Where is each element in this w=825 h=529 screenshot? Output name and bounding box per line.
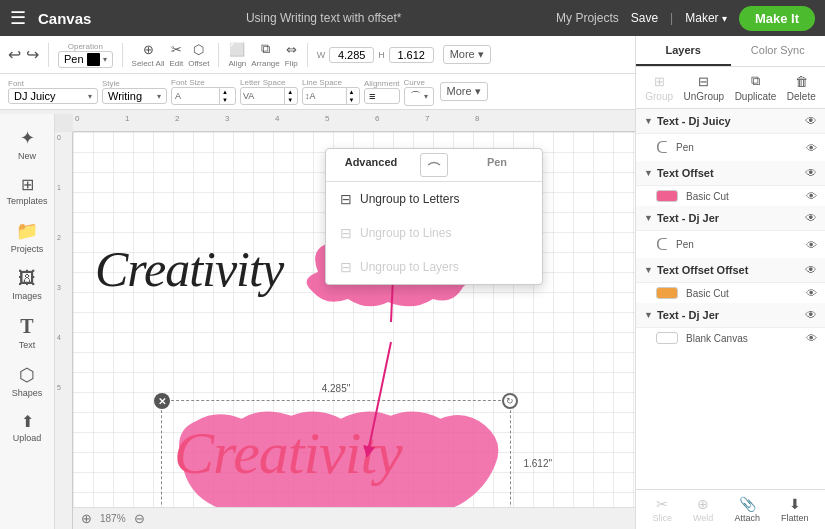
popup-menu-item-2[interactable]: ⊟ Ungroup to Lines xyxy=(326,216,542,250)
height-input[interactable]: 1.612 xyxy=(389,47,434,63)
arrange-label[interactable]: Arrange xyxy=(251,59,279,68)
linespace-field[interactable]: 1 xyxy=(318,91,346,102)
panel-actions: ⊞ Group ⊟ UnGroup ⧉ Duplicate 🗑 Delete xyxy=(636,67,825,109)
alignment-buttons[interactable]: ≡ xyxy=(364,88,400,104)
ungroup-letters-icon: ⊟ xyxy=(340,191,352,207)
my-projects-button[interactable]: My Projects xyxy=(556,11,619,25)
sidebar-item-images[interactable]: 🖼 Images xyxy=(2,263,52,306)
line-down[interactable]: ▼ xyxy=(347,96,357,104)
toolbar2-more-button[interactable]: More ▾ xyxy=(440,82,488,101)
curve-selector[interactable]: ⌒ ▾ xyxy=(404,87,434,106)
pen-curve-icon-3: ᑕ xyxy=(656,235,668,254)
fontsize-down[interactable]: ▼ xyxy=(220,96,230,104)
layer-3-item-eye[interactable]: 👁 xyxy=(806,239,817,251)
width-input[interactable]: 4.285 xyxy=(329,47,374,63)
letterspacing-input[interactable]: VA 1.2 ▲ ▼ xyxy=(240,87,298,106)
sidebar-item-projects[interactable]: 📁 Projects xyxy=(2,215,52,259)
creativity-text-bottom[interactable]: Creativity xyxy=(174,419,402,488)
sidebar-item-new[interactable]: ✦ New xyxy=(2,122,52,166)
fontsize-field[interactable]: 88.82 xyxy=(184,91,219,102)
slice-button[interactable]: ✂ Slice xyxy=(653,496,673,523)
right-panel: Layers Color Sync ⊞ Group ⊟ UnGroup ⧉ Du… xyxy=(635,36,825,529)
dimension-height-label: 1.612" xyxy=(523,457,552,468)
layer-5-eye-icon[interactable]: 👁 xyxy=(805,308,817,322)
layer-2-eye-icon[interactable]: 👁 xyxy=(805,166,817,180)
letterspacing-group: Letter Space VA 1.2 ▲ ▼ xyxy=(240,78,298,106)
layer-header-4[interactable]: ▼ Text Offset Offset 👁 xyxy=(636,258,825,283)
letterspacing-field[interactable]: 1.2 xyxy=(256,91,284,102)
sidebar-item-text[interactable]: T Text xyxy=(2,310,52,355)
group-button[interactable]: ⊞ Group xyxy=(645,74,673,102)
layer-4-item-eye[interactable]: 👁 xyxy=(806,287,817,299)
popup-tab-pen[interactable]: Pen xyxy=(452,149,542,181)
maker-button[interactable]: Maker ▾ xyxy=(685,11,727,25)
select-all-label[interactable]: Select All xyxy=(132,59,165,68)
ungroup-layers-icon: ⊟ xyxy=(340,259,352,275)
layer-group-5: ▼ Text - Dj Jer 👁 Blank Canvas 👁 xyxy=(636,303,825,348)
flip-icon: ⇔ xyxy=(286,42,297,57)
layer-group-1: ▼ Text - Dj Juicy 👁 ᑕ Pen 👁 xyxy=(636,109,825,161)
style-selector[interactable]: Writing ▾ xyxy=(102,88,167,104)
font-selector[interactable]: DJ Juicy ▾ xyxy=(8,88,98,104)
creativity-text-top[interactable]: Creativity xyxy=(95,240,283,298)
fontsize-input[interactable]: A 88.82 ▲ ▼ xyxy=(171,87,236,106)
make-it-button[interactable]: Make It xyxy=(739,6,815,31)
offset-label[interactable]: Offset xyxy=(188,59,209,68)
popup-tab-advanced[interactable]: Advanced xyxy=(326,149,416,181)
linespace-input[interactable]: ↕A 1 ▲ ▼ xyxy=(302,87,360,106)
layer-2-item-basiccut[interactable]: Basic Cut 👁 xyxy=(636,186,825,206)
layer-5-item-eye[interactable]: 👁 xyxy=(806,332,817,344)
attach-button[interactable]: 📎 Attach xyxy=(734,496,760,523)
hamburger-icon[interactable]: ☰ xyxy=(10,7,26,29)
layer-4-item-basiccut[interactable]: Basic Cut 👁 xyxy=(636,283,825,303)
flatten-button[interactable]: ⬇ Flatten xyxy=(781,496,809,523)
templates-icon: ⊞ xyxy=(21,175,34,194)
save-button[interactable]: Save xyxy=(631,11,658,25)
layer-1-item-pen[interactable]: ᑕ Pen 👁 xyxy=(636,134,825,161)
layer-4-eye-icon[interactable]: 👁 xyxy=(805,263,817,277)
ls-up[interactable]: ▲ xyxy=(285,88,295,96)
sidebar-item-templates[interactable]: ⊞ Templates xyxy=(2,170,52,211)
sidebar-item-shapes[interactable]: ⬡ Shapes xyxy=(2,359,52,403)
layer-1-item-eye[interactable]: 👁 xyxy=(806,142,817,154)
tab-colorsync[interactable]: Color Sync xyxy=(731,36,826,66)
layer-header-3[interactable]: ▼ Text - Dj Jer 👁 xyxy=(636,206,825,231)
align-label[interactable]: Align xyxy=(228,59,246,68)
layer-5-item-blank[interactable]: Blank Canvas 👁 xyxy=(636,328,825,348)
ungroup-lines-label: Ungroup to Lines xyxy=(360,226,451,240)
delete-button[interactable]: 🗑 Delete xyxy=(787,74,816,102)
line-up[interactable]: ▲ xyxy=(347,88,357,96)
operation-selector[interactable]: Pen ▾ xyxy=(58,51,113,68)
layer-header-5[interactable]: ▼ Text - Dj Jer 👁 xyxy=(636,303,825,328)
layer-2-item-eye[interactable]: 👁 xyxy=(806,190,817,202)
selected-group[interactable]: 4.285" 1.612" ✕ ↻ 🔒 ⤡ Creativity xyxy=(161,400,511,507)
more-button[interactable]: More ▾ xyxy=(443,45,491,64)
chevron-down-icon-2: ▼ xyxy=(644,168,653,178)
flatten-icon: ⬇ xyxy=(789,496,801,512)
sidebar-item-upload[interactable]: ⬆ Upload xyxy=(2,407,52,448)
weld-button[interactable]: ⊕ Weld xyxy=(693,496,713,523)
duplicate-button[interactable]: ⧉ Duplicate xyxy=(735,73,777,102)
undo-button[interactable]: ↩ xyxy=(8,45,21,64)
popup-menu-item-1[interactable]: ⊟ Ungroup to Letters xyxy=(326,182,542,216)
layer-header-1[interactable]: ▼ Text - Dj Juicy 👁 xyxy=(636,109,825,134)
ungroup-button[interactable]: ⊟ UnGroup xyxy=(684,74,725,102)
popup-menu-item-3[interactable]: ⊟ Ungroup to Layers xyxy=(326,250,542,284)
layer-1-eye-icon[interactable]: 👁 xyxy=(805,114,817,128)
size-group: W 4.285 H 1.612 xyxy=(317,47,434,63)
operation-group: Operation Pen ▾ xyxy=(58,42,113,68)
zoom-out-icon[interactable]: ⊖ xyxy=(134,511,145,526)
w-label: W xyxy=(317,50,326,60)
tab-layers[interactable]: Layers xyxy=(636,36,731,66)
fontsize-up[interactable]: ▲ xyxy=(220,88,230,96)
flip-label[interactable]: Flip xyxy=(285,59,298,68)
zoom-in-icon[interactable]: ⊕ xyxy=(81,511,92,526)
layer-header-2[interactable]: ▼ Text Offset 👁 xyxy=(636,161,825,186)
redo-button[interactable]: ↪ xyxy=(26,45,39,64)
ls-down[interactable]: ▼ xyxy=(285,96,295,104)
layer-3-eye-icon[interactable]: 👁 xyxy=(805,211,817,225)
layer-3-item-pen[interactable]: ᑕ Pen 👁 xyxy=(636,231,825,258)
ungroup-layers-label: Ungroup to Layers xyxy=(360,260,459,274)
layer-4-basiccut-label: Basic Cut xyxy=(686,288,798,299)
edit-label[interactable]: Edit xyxy=(169,59,183,68)
